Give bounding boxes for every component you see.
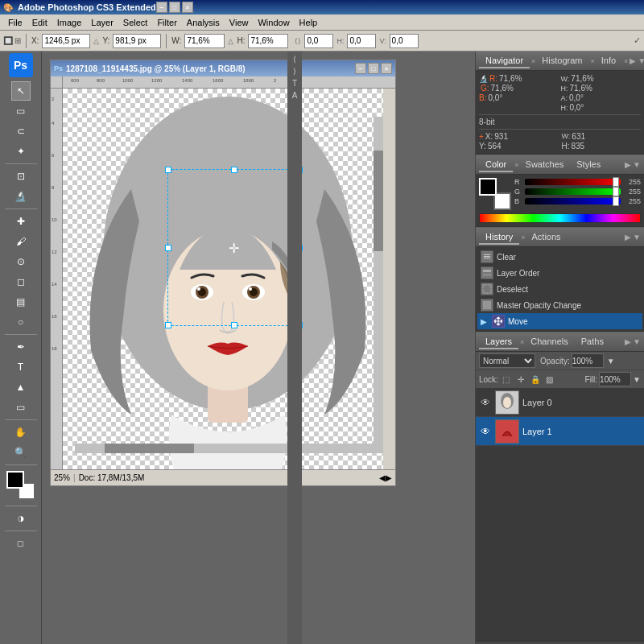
tool-dodge[interactable]: ○ (11, 312, 31, 332)
layer-1-visibility[interactable]: 👁 (479, 425, 492, 438)
tab-actions[interactable]: Actions (526, 230, 568, 245)
navigator-options[interactable]: ▶ (630, 56, 636, 65)
g-slider-track[interactable] (525, 188, 621, 195)
menu-analysis[interactable]: Analysis (182, 16, 225, 29)
menu-filter[interactable]: Filter (152, 16, 181, 29)
tool-gradient[interactable]: ▤ (11, 292, 31, 312)
tool-heal[interactable]: ✚ (11, 212, 31, 231)
tab-navigator[interactable]: Navigator (479, 54, 530, 68)
r-slider-thumb[interactable] (613, 177, 619, 187)
color-collapse[interactable]: ▼ (633, 160, 641, 169)
tool-path-select[interactable]: ▲ (11, 378, 31, 397)
x-input[interactable] (42, 34, 90, 48)
fg-color-swatch[interactable] (479, 178, 497, 196)
tool-screen-mode[interactable]: ▢ (11, 534, 31, 553)
history-options[interactable]: ▶ (625, 233, 631, 242)
sel-handle-bm[interactable] (231, 322, 237, 328)
b-slider-track[interactable] (525, 198, 621, 204)
tab-swatches[interactable]: Swatches (519, 158, 571, 172)
g-slider-thumb[interactable] (613, 187, 619, 196)
menu-select[interactable]: Select (118, 16, 153, 29)
layer-item-0[interactable]: 👁 Layer 0 (476, 388, 644, 417)
sel-handle-tl[interactable] (165, 167, 171, 173)
tool-marquee[interactable]: ▭ (11, 101, 31, 121)
tool-stamp[interactable]: ⊙ (11, 252, 31, 271)
sel-handle-bl[interactable] (165, 322, 171, 328)
tab-history[interactable]: History (479, 230, 519, 245)
close-button[interactable]: × (182, 2, 193, 13)
history-item-layer-order[interactable]: Layer Order (477, 265, 642, 281)
lock-art-boards-icon[interactable]: ▨ (543, 373, 556, 386)
tab-paths[interactable]: Paths (575, 335, 610, 349)
doc-maximize[interactable]: □ (368, 63, 379, 74)
minimize-button[interactable]: − (156, 2, 167, 13)
v-input[interactable] (390, 34, 419, 48)
menu-file[interactable]: File (3, 16, 27, 29)
y-input[interactable] (113, 34, 161, 48)
tool-quick-mask[interactable]: ◑ (11, 509, 31, 528)
tool-lasso[interactable]: ⊂ (11, 122, 31, 141)
tab-layers[interactable]: Layers (479, 335, 518, 349)
canvas-tool-2[interactable]: ⟩ (293, 67, 296, 76)
tab-histogram[interactable]: Histogram (535, 54, 588, 68)
layer-item-1[interactable]: 👁 Layer 1 (476, 417, 644, 446)
nav-arrow-right[interactable]: ▶ (386, 473, 392, 482)
layers-collapse[interactable]: ▼ (633, 337, 641, 346)
sel-handle-tm[interactable] (231, 167, 237, 173)
fill-arrow[interactable]: ▼ (633, 375, 641, 384)
fg-bg-colors[interactable] (6, 471, 35, 500)
menu-image[interactable]: Image (52, 16, 87, 29)
tool-eyedropper[interactable]: 🔬 (11, 187, 31, 206)
tool-hand[interactable]: ✋ (11, 423, 31, 442)
scroll-horizontal[interactable] (75, 444, 374, 453)
h2-input[interactable] (347, 34, 376, 48)
history-collapse[interactable]: ▼ (633, 233, 641, 242)
menu-edit[interactable]: Edit (27, 16, 52, 29)
w-input[interactable] (184, 34, 225, 48)
tab-info[interactable]: Info (595, 54, 622, 68)
layer-0-visibility[interactable]: 👁 (479, 396, 492, 409)
doc-canvas[interactable]: ✛ (63, 89, 383, 469)
canvas-tool-1[interactable]: ⟨ (293, 55, 296, 64)
opacity-input[interactable] (572, 353, 604, 368)
b-slider-thumb[interactable] (613, 196, 619, 206)
tool-text[interactable]: T (11, 357, 31, 377)
tool-magic-wand[interactable]: ✦ (11, 142, 31, 161)
tab-color[interactable]: Color (479, 158, 513, 172)
menu-window[interactable]: Window (253, 16, 294, 29)
layers-mode-select[interactable]: Normal (479, 353, 535, 368)
history-item-clear[interactable]: Clear (477, 249, 642, 265)
h-input[interactable] (248, 34, 288, 48)
history-item-deselect[interactable]: Deselect (477, 281, 642, 297)
tool-shape[interactable]: ▭ (11, 398, 31, 417)
tool-zoom[interactable]: 🔍 (11, 443, 31, 462)
tool-brush[interactable]: 🖌 (11, 232, 31, 251)
layers-options[interactable]: ▶ (625, 337, 631, 346)
color-options[interactable]: ▶ (625, 160, 631, 169)
tab-styles[interactable]: Styles (570, 158, 607, 172)
tool-crop[interactable]: ⊡ (11, 167, 31, 186)
r-slider-track[interactable] (525, 179, 621, 185)
lock-pixels-icon[interactable]: ⬚ (500, 373, 513, 386)
foreground-color[interactable] (6, 471, 24, 489)
panel-collapse[interactable]: ▼ (638, 56, 644, 65)
lock-all-icon[interactable]: 🔒 (529, 373, 542, 386)
fill-input[interactable] (599, 372, 631, 386)
tool-eraser[interactable]: ◻ (11, 272, 31, 291)
sel-handle-ml[interactable] (165, 245, 171, 251)
nav-arrow-left[interactable]: ◀ (379, 473, 386, 482)
canvas-tool-3[interactable]: T (292, 79, 297, 88)
info-close[interactable]: × (624, 57, 628, 65)
color-spectrum[interactable] (479, 213, 641, 223)
menu-layer[interactable]: Layer (86, 16, 118, 29)
doc-minimize[interactable]: − (355, 63, 366, 74)
history-item-opacity[interactable]: Master Opacity Change (477, 297, 642, 313)
tab-channels[interactable]: Channels (524, 335, 574, 349)
doc-close[interactable]: × (381, 63, 392, 74)
canvas-tool-4[interactable]: A (292, 91, 298, 100)
menu-help[interactable]: Help (295, 16, 323, 29)
lock-move-icon[interactable]: ✛ (514, 373, 527, 386)
menu-view[interactable]: View (225, 16, 254, 29)
tool-pen[interactable]: ✒ (11, 337, 31, 357)
history-item-move[interactable]: ▶ Move (477, 313, 642, 329)
